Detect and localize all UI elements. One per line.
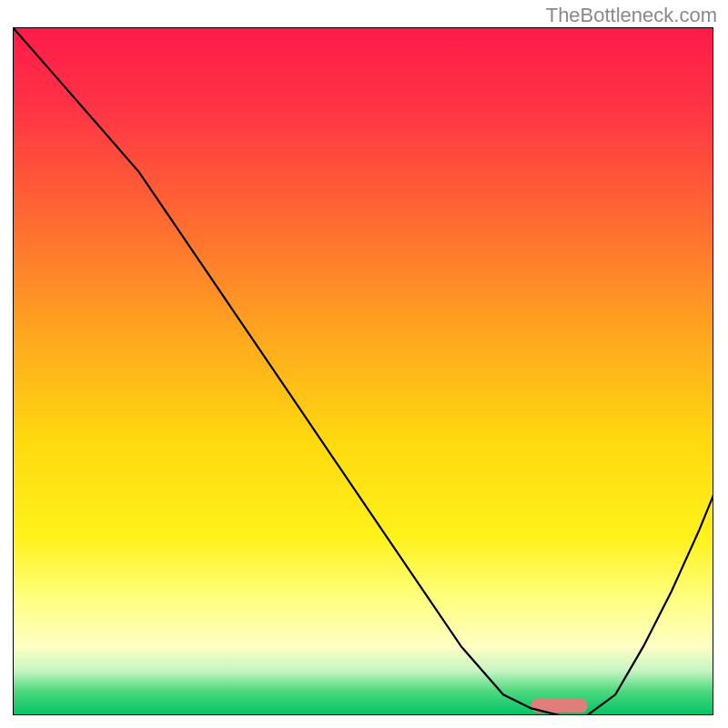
chart-container: TheBottleneck.com (0, 0, 728, 728)
bottleneck-chart (13, 27, 713, 715)
plot-area (13, 27, 713, 715)
watermark-label: TheBottleneck.com (546, 4, 717, 27)
gradient-background (13, 27, 713, 715)
